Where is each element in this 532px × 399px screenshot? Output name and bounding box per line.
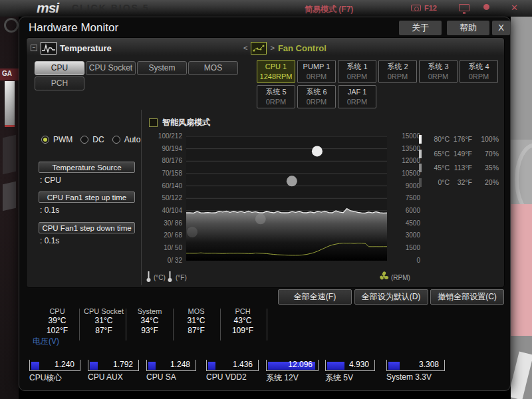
fan-button-2[interactable]: PUMP 10RPM	[297, 60, 336, 83]
voltage-section-title: 电压(V)	[33, 336, 59, 347]
voltage-label: CPU VDD2	[206, 372, 247, 382]
camera-icon[interactable]	[411, 5, 421, 11]
fan-button-8[interactable]: 系统 60RPM	[297, 85, 336, 108]
fahrenheit-unit-label: (°F)	[176, 274, 187, 281]
fan-curve-point[interactable]	[255, 213, 266, 224]
temperature-title: Temperature	[60, 43, 112, 53]
rpm-axis-label: 1500	[392, 244, 420, 251]
temp-axis-label: 30/ 86	[146, 219, 182, 227]
help-button[interactable]: 帮助	[447, 21, 489, 35]
fan-name: PUMP 1	[298, 62, 335, 72]
setpoint-percent: 70%	[477, 150, 499, 158]
voltage-bar	[327, 362, 344, 370]
fan-rpm-value: 1248RPM	[257, 72, 295, 81]
fan-name: 系统 6	[298, 87, 335, 97]
easy-mode-button[interactable]: 简易模式 (F7)	[305, 4, 353, 15]
background-shape	[3, 135, 16, 174]
voltage-gauge-1: 1.240	[29, 360, 80, 371]
close-button[interactable]: X	[492, 21, 510, 35]
setpoint-fahrenheit: 113°F	[450, 164, 472, 172]
sensor-name: PCH	[215, 307, 271, 316]
voltage-bar	[31, 362, 39, 370]
tab-cpu[interactable]: CPU	[35, 61, 84, 75]
setpoint-celsius: 80°C	[424, 135, 450, 143]
hardware-monitor-window: Hardware Monitor 关于 帮助 X − Temperature C…	[19, 17, 511, 391]
voltage-value: 1.792	[113, 360, 133, 369]
collapse-icon[interactable]: −	[31, 45, 37, 51]
screen-icon[interactable]	[459, 4, 469, 11]
fan-button-6[interactable]: 系统 40RPM	[460, 60, 498, 83]
bios-screen: msi CLICK BIOS 5 简易模式 (F7) F12 ✕ GA Hard…	[0, 0, 532, 399]
game-boost-dial-accent	[5, 125, 15, 127]
step-down-time-button[interactable]: CPU Fan1 step down time	[39, 222, 135, 233]
thermometer-f-icon	[167, 270, 173, 283]
dragon-logo-fragment	[4, 18, 19, 33]
close-icon[interactable]: ✕	[511, 3, 518, 13]
full-speed-button[interactable]: 全部全速(F)	[278, 289, 352, 305]
fan-button-4[interactable]: 系统 20RPM	[378, 60, 417, 83]
voltage-value: 4.930	[349, 360, 369, 369]
voltage-value: 1.248	[170, 360, 190, 369]
voltage-label: 系统 5V	[325, 372, 353, 384]
fan-curve-icon	[251, 42, 267, 55]
voltage-label: CPU SA	[146, 372, 176, 382]
setpoint-row: 45°C113°F35%	[27, 164, 505, 173]
fan-name: JAF 1	[338, 87, 376, 97]
undo-all-button[interactable]: 撤销全部设置(C)	[430, 289, 504, 305]
msi-logo: msi	[37, 0, 59, 16]
screenshot-f12-label: F12	[424, 4, 437, 12]
thermometer-c-icon	[146, 270, 152, 283]
voltage-bar	[388, 362, 400, 370]
fan-name: 系统 3	[420, 62, 457, 72]
step-up-time-value: : 0.1s	[40, 205, 59, 215]
voltage-value: 12.096	[288, 360, 313, 369]
temperature-area-fill	[186, 209, 387, 261]
fan-rpm-value: 0RPM	[460, 72, 497, 81]
setpoint-fahrenheit: 32°F	[450, 178, 472, 186]
setpoint-celsius: 0°C	[424, 178, 450, 186]
fan-rpm-value: 0RPM	[338, 97, 376, 106]
fan-button-5[interactable]: 系统 30RPM	[419, 60, 458, 83]
background-shape	[511, 204, 532, 336]
setpoint-celsius: 65°C	[424, 150, 450, 158]
monitor-panel: − Temperature CPUCPU SocketSystemMOSPCH …	[26, 37, 505, 288]
temp-status-pch: PCH43°C109°F	[215, 307, 271, 336]
fan-name: 系统 1	[338, 62, 376, 72]
fan-button-9[interactable]: JAF 10RPM	[338, 85, 376, 108]
step-down-time-value: : 0.1s	[40, 236, 59, 245]
setpoint-percent: 35%	[477, 164, 499, 172]
voltage-bar	[208, 362, 215, 370]
rpm-axis-label: 7500	[392, 194, 420, 201]
setpoint-marker	[419, 150, 422, 158]
setpoint-row: 0°C32°F20%	[27, 178, 505, 188]
fan-name: 系统 5	[257, 87, 295, 97]
fan-curve-point[interactable]	[187, 227, 198, 237]
smart-fan-checkbox[interactable]	[149, 118, 158, 127]
step-up-time-button[interactable]: CPU Fan1 step up time	[39, 192, 135, 203]
voltage-gauge-5: 12.096	[266, 360, 319, 371]
fan-rpm-value: 0RPM	[338, 72, 376, 81]
tab-mos[interactable]: MOS	[188, 61, 238, 75]
voltage-gauge-6: 4.930	[325, 360, 375, 371]
voltage-value: 1.240	[55, 360, 74, 369]
setpoint-row: 80°C176°F100%	[27, 135, 505, 144]
prev-arrow-icon[interactable]: <	[243, 44, 247, 52]
voltage-label: 系统 12V	[266, 372, 299, 384]
fan-button-3[interactable]: 系统 10RPM	[338, 60, 376, 83]
tab-cpu-socket[interactable]: CPU Socket	[86, 61, 136, 75]
setpoint-fahrenheit: 149°F	[450, 150, 472, 158]
tab-system[interactable]: System	[137, 61, 187, 75]
fan-button-1[interactable]: CPU 11248RPM	[257, 60, 295, 83]
background-shape	[3, 182, 16, 211]
fan-rpm-value: 0RPM	[298, 72, 335, 81]
bell-icon[interactable]	[483, 4, 489, 10]
set-default-button[interactable]: 全部设为默认(D)	[354, 289, 428, 305]
rpm-axis-label: 4500	[392, 219, 420, 227]
setpoint-percent: 20%	[477, 178, 499, 186]
about-button[interactable]: 关于	[399, 21, 442, 35]
temp-axis-label: 0/ 32	[146, 257, 182, 264]
tab-pch[interactable]: PCH	[35, 76, 84, 90]
fan-button-7[interactable]: 系统 50RPM	[257, 85, 295, 108]
fan-name: 系统 2	[379, 62, 416, 72]
next-arrow-icon[interactable]: >	[270, 44, 274, 52]
